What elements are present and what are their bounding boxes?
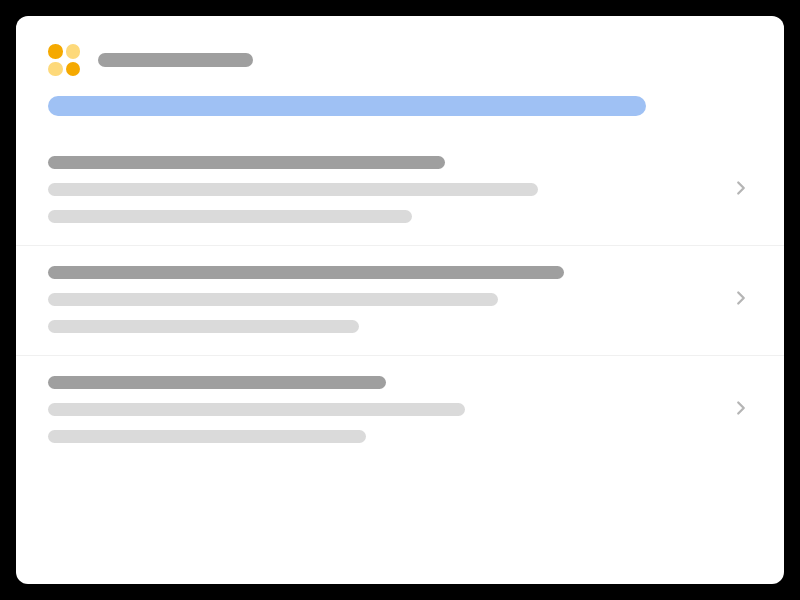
result-line bbox=[48, 293, 498, 306]
chevron-right-icon bbox=[730, 177, 752, 203]
result-line bbox=[48, 320, 359, 333]
result-title bbox=[48, 266, 564, 279]
result-title bbox=[48, 376, 386, 389]
list-item[interactable] bbox=[16, 245, 784, 355]
logo-dot bbox=[66, 62, 81, 77]
result-line bbox=[48, 430, 366, 443]
result-line bbox=[48, 403, 465, 416]
results-list bbox=[16, 136, 784, 584]
result-body bbox=[48, 376, 710, 443]
logo-dot bbox=[48, 44, 63, 59]
logo-dot bbox=[66, 44, 81, 59]
card bbox=[16, 16, 784, 584]
logo-icon bbox=[48, 44, 80, 76]
list-item[interactable] bbox=[16, 355, 784, 465]
result-title bbox=[48, 156, 445, 169]
result-line bbox=[48, 183, 538, 196]
chevron-right-icon bbox=[730, 397, 752, 423]
logo-dot bbox=[48, 62, 63, 77]
result-body bbox=[48, 266, 710, 333]
search-input[interactable] bbox=[48, 96, 646, 116]
result-body bbox=[48, 156, 710, 223]
result-line bbox=[48, 210, 412, 223]
header bbox=[16, 16, 784, 96]
list-item[interactable] bbox=[16, 136, 784, 245]
chevron-right-icon bbox=[730, 287, 752, 313]
page-title bbox=[98, 53, 253, 67]
